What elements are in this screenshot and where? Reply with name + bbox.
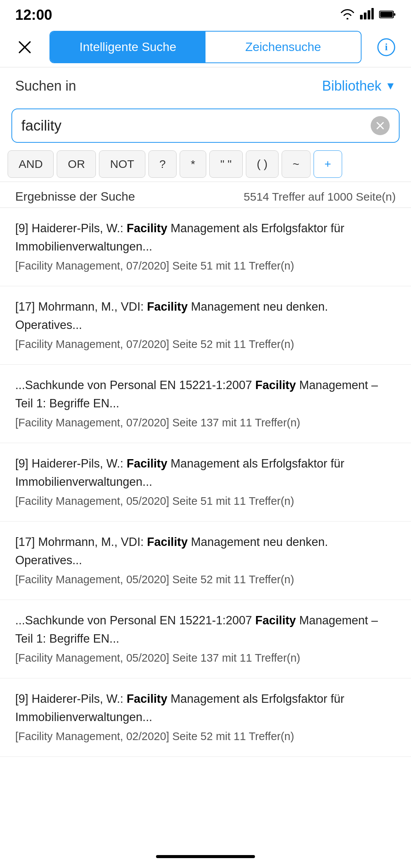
result-item-6[interactable]: ...Sachkunde von Personal EN 15221-1:200… [0, 600, 411, 678]
svg-text:i: i [385, 41, 387, 53]
svg-rect-1 [364, 13, 366, 19]
status-time: 12:00 [15, 7, 52, 23]
home-indicator[interactable] [156, 855, 255, 858]
result-meta-2: [Facility Management, 07/2020] Seite 52 … [15, 336, 396, 353]
op-quotes[interactable]: " " [209, 150, 243, 178]
chevron-down-icon: ▼ [385, 80, 396, 92]
result-item-7[interactable]: [9] Haiderer-Pils, W.: Facility Manageme… [0, 678, 411, 757]
op-question[interactable]: ? [148, 150, 177, 178]
op-not[interactable]: NOT [99, 150, 145, 178]
result-meta-3: [Facility Management, 07/2020] Seite 137… [15, 414, 396, 431]
result-text-3: ...Sachkunde von Personal EN 15221-1:200… [15, 376, 396, 413]
result-text-7: [9] Haiderer-Pils, W.: Facility Manageme… [15, 690, 396, 726]
nav-bar: Intelligente Suche Zeichensuche i [0, 27, 411, 67]
result-item-4[interactable]: [9] Haiderer-Pils, W.: Facility Manageme… [0, 443, 411, 522]
status-icons [340, 8, 396, 22]
results-label: Ergebnisse der Suche [15, 190, 135, 204]
op-or[interactable]: OR [57, 150, 96, 178]
bottom-bar [0, 845, 411, 868]
results-list: [9] Haiderer-Pils, W.: Facility Manageme… [0, 208, 411, 757]
svg-rect-3 [371, 8, 374, 19]
status-bar: 12:00 [0, 0, 411, 27]
result-meta-1: [Facility Management, 07/2020] Seite 51 … [15, 257, 396, 274]
result-text-5: [17] Mohrmann, M., VDI: Facility Managem… [15, 533, 396, 570]
svg-rect-2 [368, 10, 370, 19]
wifi-icon [340, 8, 355, 22]
result-meta-6: [Facility Management, 05/2020] Seite 137… [15, 649, 396, 667]
svg-rect-5 [393, 13, 395, 16]
result-text-6: ...Sachkunde von Personal EN 15221-1:200… [15, 611, 396, 648]
op-more[interactable]: + [314, 150, 342, 178]
search-in-row: Suchen in Bibliothek ▼ [0, 67, 411, 105]
result-text-1: [9] Haiderer-Pils, W.: Facility Manageme… [15, 219, 396, 256]
result-item-2[interactable]: [17] Mohrmann, M., VDI: Facility Managem… [0, 286, 411, 365]
results-header: Ergebnisse der Suche 5514 Treffer auf 10… [0, 182, 411, 207]
battery-icon [379, 9, 396, 22]
close-button[interactable] [11, 34, 38, 61]
info-button[interactable]: i [373, 34, 400, 61]
result-text-2: [17] Mohrmann, M., VDI: Facility Managem… [15, 298, 396, 334]
search-in-label: Suchen in [15, 78, 76, 94]
results-count: 5514 Treffer auf 1000 Seite(n) [244, 190, 396, 203]
result-item-3[interactable]: ...Sachkunde von Personal EN 15221-1:200… [0, 365, 411, 443]
result-item-1[interactable]: [9] Haiderer-Pils, W.: Facility Manageme… [0, 208, 411, 286]
search-in-value-text: Bibliothek [322, 78, 381, 94]
tab-intelligente-suche[interactable]: Intelligente Suche [50, 32, 206, 62]
op-and[interactable]: AND [8, 150, 54, 178]
result-meta-7: [Facility Management, 02/2020] Seite 52 … [15, 728, 396, 745]
search-in-dropdown[interactable]: Bibliothek ▼ [322, 78, 396, 94]
op-tilde[interactable]: ~ [282, 150, 311, 178]
search-mode-tabs: Intelligente Suche Zeichensuche [49, 31, 362, 63]
svg-rect-0 [360, 15, 363, 19]
search-input[interactable] [21, 118, 371, 134]
result-text-4: [9] Haiderer-Pils, W.: Facility Manageme… [15, 455, 396, 491]
op-parens[interactable]: ( ) [246, 150, 279, 178]
tab-zeichensuche[interactable]: Zeichensuche [206, 32, 361, 62]
result-item-5[interactable]: [17] Mohrmann, M., VDI: Facility Managem… [0, 522, 411, 600]
result-meta-4: [Facility Management, 05/2020] Seite 51 … [15, 493, 396, 510]
signal-icon [360, 8, 374, 22]
op-asterisk[interactable]: * [180, 150, 206, 178]
search-input-container [11, 108, 400, 143]
svg-rect-6 [380, 12, 393, 17]
operator-row: AND OR NOT ? * " " ( ) ~ + [0, 150, 411, 182]
result-meta-5: [Facility Management, 05/2020] Seite 52 … [15, 571, 396, 588]
clear-search-button[interactable] [371, 116, 390, 135]
